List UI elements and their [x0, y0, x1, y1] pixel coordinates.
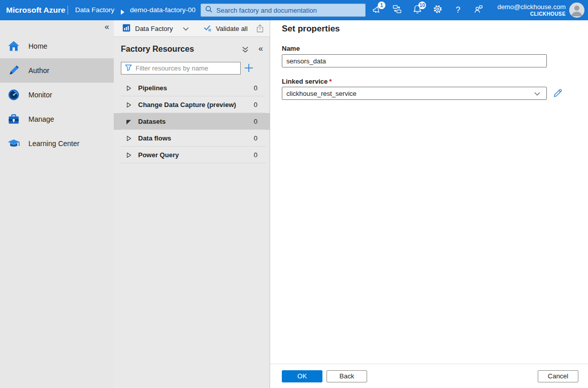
sidebar-item-label: Monitor: [28, 91, 52, 99]
linked-service-label-text: Linked service: [282, 78, 328, 85]
tree-row-label: Change Data Capture (preview): [138, 101, 254, 109]
back-button[interactable]: Back: [326, 370, 367, 382]
tree-row-label: Pipelines: [138, 84, 254, 92]
factory-resources-panel: Data Factory Validate all Factory Resour…: [114, 20, 270, 388]
left-nav: « Home Author Monitor Manage: [0, 20, 114, 388]
tree-row-change-data-capture[interactable]: Change Data Capture (preview) 0: [114, 96, 270, 113]
sidebar-item-label: Learning Center: [28, 139, 79, 148]
toolbox-icon: [7, 113, 20, 126]
data-factory-menu-label: Data Factory: [135, 25, 173, 32]
data-factory-menu-button[interactable]: Data Factory: [122, 20, 189, 37]
add-resource-button[interactable]: [244, 63, 254, 75]
tree-row-data-flows[interactable]: Data flows 0: [114, 130, 270, 147]
tree-row-count: 0: [254, 134, 257, 142]
gauge-icon: [7, 88, 20, 101]
user-email: demo@clickhouse.com: [497, 3, 566, 11]
tree-row-pipelines[interactable]: Pipelines 0: [114, 80, 270, 96]
chevron-right-icon: [125, 85, 132, 92]
ok-button[interactable]: OK: [282, 370, 322, 382]
graduation-cap-icon: [7, 137, 20, 150]
validate-check-icon: [203, 23, 212, 34]
validate-all-label: Validate all: [216, 25, 248, 32]
panel-collapse-button[interactable]: «: [258, 45, 263, 53]
switch-view-button[interactable]: [387, 0, 407, 20]
nav-collapse-button[interactable]: «: [105, 23, 109, 31]
required-asterisk: *: [329, 78, 332, 85]
azure-brand: Microsoft Azure: [6, 0, 66, 20]
search-icon: [205, 6, 213, 15]
data-factory-icon: [122, 23, 131, 34]
name-label: Name: [282, 45, 300, 52]
factory-toolbar: Data Factory Validate all: [114, 20, 270, 37]
tree-row-power-query[interactable]: Power Query 0: [114, 147, 270, 163]
tree-row-count: 0: [254, 101, 257, 109]
tree-row-count: 0: [254, 151, 257, 159]
home-icon: [7, 40, 20, 53]
notifications-badge: 10: [418, 2, 426, 9]
top-header: Microsoft Azure Data Factory demo-data-f…: [0, 0, 588, 20]
sidebar-item-label: Author: [28, 66, 49, 75]
plus-icon: [244, 66, 254, 75]
sidebar-item-label: Home: [28, 42, 47, 50]
chevron-right-icon: [125, 135, 132, 142]
chevron-right-icon: [125, 152, 132, 159]
feedback-person-icon: [473, 4, 483, 16]
settings-button[interactable]: [428, 0, 448, 20]
tree-row-label: Data flows: [138, 134, 254, 142]
resources-tree: Pipelines 0 Change Data Capture (preview…: [114, 80, 270, 163]
filter-input[interactable]: [136, 64, 237, 72]
tree-row-datasets[interactable]: Datasets 0: [114, 113, 270, 130]
switch-view-icon: [392, 4, 402, 16]
resource-filter[interactable]: [121, 62, 241, 75]
global-search[interactable]: [201, 4, 366, 17]
dialog-footer: OK Back Cancel: [270, 364, 588, 388]
tree-row-count: 0: [254, 118, 257, 125]
tree-row-count: 0: [254, 84, 257, 92]
notifications-button[interactable]: 10: [407, 0, 428, 20]
linked-service-value: clickhouse_rest_service: [286, 90, 534, 97]
feedback-button[interactable]: [468, 0, 488, 20]
user-tenant: CLICKHOUSE: [497, 11, 566, 17]
sidebar-item-author[interactable]: Author: [0, 58, 114, 83]
help-button[interactable]: ?: [448, 0, 468, 20]
edit-pencil-icon: [552, 91, 563, 100]
header-divider: [68, 6, 68, 15]
announcements-button[interactable]: 1: [367, 0, 387, 20]
breadcrumb-factory-name[interactable]: demo-data-factory-00: [130, 0, 200, 20]
header-icon-bar: 1 10 ?: [367, 0, 488, 20]
sidebar-item-learning-center[interactable]: Learning Center: [0, 131, 114, 156]
linked-service-dropdown[interactable]: clickhouse_rest_service: [282, 87, 547, 100]
chevron-expanded-icon: [125, 118, 132, 125]
export-button[interactable]: [255, 23, 265, 36]
chevron-down-icon: [183, 25, 189, 32]
set-properties-panel: Set properties Name Linked service* clic…: [270, 20, 588, 388]
page-title: Set properties: [282, 24, 340, 34]
validate-all-button[interactable]: Validate all: [203, 20, 248, 37]
edit-linked-service-button[interactable]: [552, 88, 563, 100]
tree-row-label: Datasets: [138, 118, 254, 125]
chevron-down-icon: [534, 90, 540, 97]
gear-icon: [433, 4, 443, 16]
double-chevron-down-icon: [241, 47, 249, 55]
breadcrumb-data-factory[interactable]: Data Factory: [75, 0, 114, 20]
account-info[interactable]: demo@clickhouse.com CLICKHOUSE: [497, 3, 566, 17]
cancel-button[interactable]: Cancel: [538, 370, 578, 382]
export-icon: [255, 26, 265, 35]
tree-row-label: Power Query: [138, 151, 254, 159]
sidebar-item-manage[interactable]: Manage: [0, 107, 114, 131]
breadcrumb-caret-icon: [121, 8, 124, 17]
nav-items: Home Author Monitor Manage Learning Cent: [0, 34, 114, 156]
expand-all-button[interactable]: [241, 46, 249, 56]
help-icon: ?: [456, 6, 461, 15]
chevron-right-icon: [125, 101, 132, 109]
avatar[interactable]: [569, 3, 584, 18]
linked-service-label: Linked service*: [282, 78, 332, 85]
name-field[interactable]: [282, 54, 547, 67]
sidebar-item-monitor[interactable]: Monitor: [0, 83, 114, 107]
factory-resources-title: Factory Resources: [121, 45, 194, 54]
filter-funnel-icon: [124, 63, 133, 74]
sidebar-item-label: Manage: [28, 115, 54, 123]
announcements-badge: 1: [378, 2, 385, 9]
search-input[interactable]: [216, 7, 361, 14]
sidebar-item-home[interactable]: Home: [0, 34, 114, 58]
